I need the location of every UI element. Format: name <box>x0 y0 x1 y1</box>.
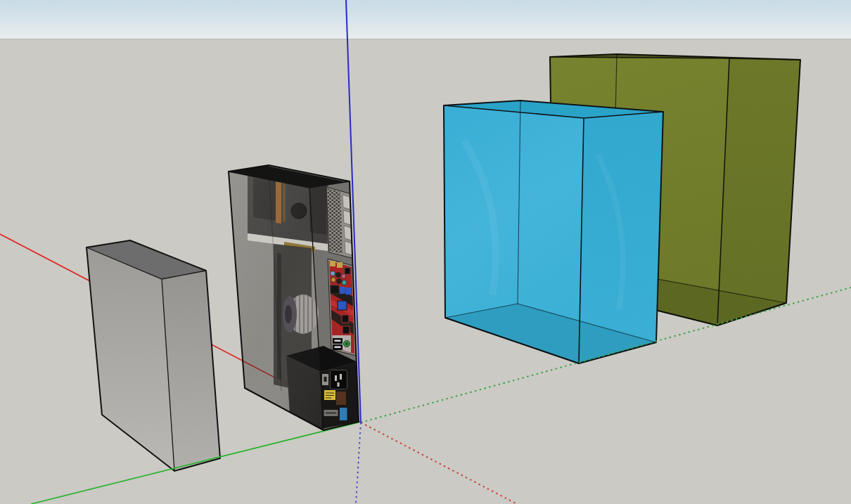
spdif-port <box>345 268 350 274</box>
lan-port <box>331 285 339 294</box>
viewport-canvas[interactable] <box>0 0 851 504</box>
psu-label-brown <box>336 392 346 405</box>
io-panel <box>328 259 356 356</box>
cyan-box[interactable] <box>444 101 663 363</box>
viewport[interactable] <box>0 0 851 504</box>
usb3-port <box>340 287 345 294</box>
sky <box>0 0 851 39</box>
pc-case[interactable] <box>229 165 359 430</box>
usb3-single-port <box>338 301 347 310</box>
hdmi-port <box>342 315 349 323</box>
psu-blue-connector <box>340 408 347 420</box>
wifi-antenna-mount <box>330 261 335 266</box>
